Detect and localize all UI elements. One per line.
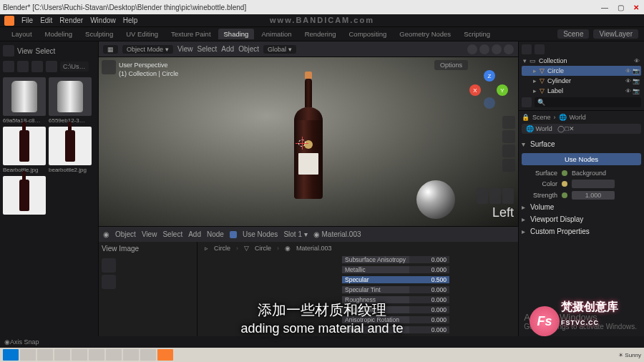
section-volume[interactable]: ▸Volume: [522, 201, 641, 213]
filebrowser-select[interactable]: Select: [36, 47, 56, 55]
task-app-icon[interactable]: [106, 349, 122, 361]
outliner-item-label[interactable]: ▸▽Label 👁 📷: [522, 86, 641, 96]
thumb-item[interactable]: bearbottle2.jpg: [49, 127, 92, 173]
tool-sample-icon[interactable]: [102, 258, 116, 273]
filebrowser-menu-icon[interactable]: [3, 45, 14, 57]
nav-gizmo[interactable]: X Y Z: [469, 70, 508, 109]
shading-solid-icon[interactable]: [479, 44, 489, 54]
move-view-icon[interactable]: [502, 130, 515, 143]
tab-geonodes[interactable]: Geometry Nodes: [394, 29, 457, 39]
blender-icon[interactable]: [4, 16, 14, 26]
outliner-item-circle[interactable]: ▸▽Circle 👁 📷: [522, 66, 641, 76]
path-field[interactable]: C:\Us…: [60, 62, 89, 72]
material-dropdown[interactable]: ◉ Material.003: [313, 230, 361, 238]
section-viewport-display[interactable]: ▸Viewport Display: [522, 213, 641, 225]
task-app-icon[interactable]: [123, 349, 139, 361]
task-blender-icon[interactable]: [157, 349, 173, 361]
vp-view[interactable]: View: [177, 45, 193, 53]
prop-surface-type[interactable]: SurfaceBackground: [522, 168, 641, 178]
taskbar-weather[interactable]: ☀ Sunny: [618, 352, 641, 358]
section-custom-props[interactable]: ▸Custom Properties: [522, 225, 641, 238]
outliner-search-input[interactable]: [535, 97, 641, 107]
filebrowser-view[interactable]: View: [17, 47, 33, 55]
task-search-icon[interactable]: [20, 349, 36, 361]
menu-file[interactable]: File: [21, 16, 33, 24]
viewport-options[interactable]: Options: [434, 60, 468, 70]
camera-icon[interactable]: [502, 145, 515, 157]
task-cortana-icon[interactable]: [37, 349, 53, 361]
world-datablock[interactable]: 🌐 World ◯□✕: [522, 124, 641, 134]
thumb-item[interactable]: 69a5fa18-c8…: [3, 77, 46, 124]
mode-dropdown[interactable]: Object Mode ▾: [122, 45, 173, 54]
start-button[interactable]: [3, 349, 19, 361]
forward-icon[interactable]: [17, 61, 29, 72]
vp-object[interactable]: Object: [238, 45, 259, 53]
editor-type-icon[interactable]: ▦: [103, 45, 118, 54]
back-icon[interactable]: [3, 61, 14, 72]
shader-prop-row[interactable]: Specular0.500: [342, 275, 457, 285]
up-icon[interactable]: [31, 61, 43, 72]
tab-shading[interactable]: Shading: [218, 29, 255, 39]
shader-prop-row[interactable]: Metallic0.000: [342, 265, 457, 275]
orientation-dropdown[interactable]: Global ▾: [263, 45, 296, 54]
section-surface[interactable]: ▾Surface: [522, 138, 641, 150]
tab-compositing[interactable]: Compositing: [343, 29, 393, 39]
tab-sculpting[interactable]: Sculpting: [79, 29, 119, 39]
wine-bottle-object[interactable]: [294, 72, 323, 199]
outliner-collection[interactable]: ▾▭Collection 👁: [522, 56, 641, 66]
node-object-mode[interactable]: Object: [115, 230, 136, 238]
use-nodes-button[interactable]: Use Nodes: [522, 153, 641, 165]
outliner-item-cylinder[interactable]: ▸▽Cylinder 👁 📷: [522, 76, 641, 86]
menu-render[interactable]: Render: [59, 16, 83, 24]
axis-neg-z[interactable]: [484, 97, 495, 109]
shading-wireframe-icon[interactable]: [467, 44, 477, 54]
tab-layout[interactable]: Layout: [6, 29, 38, 39]
tab-scripting[interactable]: Scripting: [458, 29, 496, 39]
tool-select-icon[interactable]: [102, 60, 116, 74]
vp-add[interactable]: Add: [221, 45, 234, 53]
shading-rendered-icon[interactable]: [504, 44, 514, 54]
node-select[interactable]: Select: [162, 230, 182, 238]
shader-prop-row[interactable]: Specular Tint0.000: [342, 285, 457, 295]
task-app-icon[interactable]: [140, 349, 156, 361]
vp-select[interactable]: Select: [197, 45, 218, 53]
node-node[interactable]: Node: [207, 230, 224, 238]
zoom-icon[interactable]: [502, 116, 515, 129]
task-store-icon[interactable]: [89, 349, 104, 361]
menu-window[interactable]: Window: [90, 16, 116, 24]
shading-matprev-icon[interactable]: [492, 44, 502, 54]
perspective-icon[interactable]: [502, 159, 515, 172]
tab-modeling[interactable]: Modeling: [39, 29, 79, 39]
tab-uv[interactable]: UV Editing: [120, 29, 164, 39]
tab-rendering[interactable]: Rendering: [299, 29, 342, 39]
3d-viewport[interactable]: User Perspective (1) Collection | Circle…: [99, 57, 518, 226]
use-nodes-checkbox[interactable]: [230, 231, 237, 238]
close-button[interactable]: ✕: [631, 4, 641, 11]
outliner-filter-icon[interactable]: [535, 44, 545, 54]
axis-z[interactable]: Z: [484, 70, 495, 82]
minimize-button[interactable]: —: [600, 4, 610, 11]
maximize-button[interactable]: ▢: [615, 4, 625, 11]
outliner-type-icon[interactable]: [522, 44, 532, 54]
menu-help[interactable]: Help: [123, 16, 138, 24]
node-view[interactable]: View: [142, 230, 157, 238]
tool-annotate-icon[interactable]: [102, 275, 116, 289]
prop-color[interactable]: Color: [522, 178, 641, 190]
refresh-icon[interactable]: [46, 61, 57, 72]
scene-dropdown[interactable]: Scene: [557, 29, 589, 39]
tab-animation[interactable]: Animation: [255, 29, 297, 39]
menu-edit[interactable]: Edit: [40, 16, 52, 24]
task-edge-icon[interactable]: [72, 349, 87, 361]
axis-x[interactable]: X: [469, 84, 481, 96]
outliner-search-icon[interactable]: [522, 97, 532, 107]
tab-texture[interactable]: Texture Paint: [165, 29, 216, 39]
thumb-item[interactable]: Bearbottle.jpg: [3, 127, 46, 173]
node-add[interactable]: Add: [188, 230, 201, 238]
slot-dropdown[interactable]: Slot 1 ▾: [283, 230, 307, 238]
axis-y[interactable]: Y: [497, 84, 508, 96]
shader-prop-row[interactable]: Subsurface Anisotropy0.000: [342, 255, 457, 265]
viewlayer-dropdown[interactable]: ViewLayer: [593, 29, 638, 39]
prop-strength[interactable]: Strength1.000: [522, 190, 641, 201]
node-editor-type-icon[interactable]: ◉: [103, 230, 109, 238]
task-explorer-icon[interactable]: [54, 349, 70, 361]
